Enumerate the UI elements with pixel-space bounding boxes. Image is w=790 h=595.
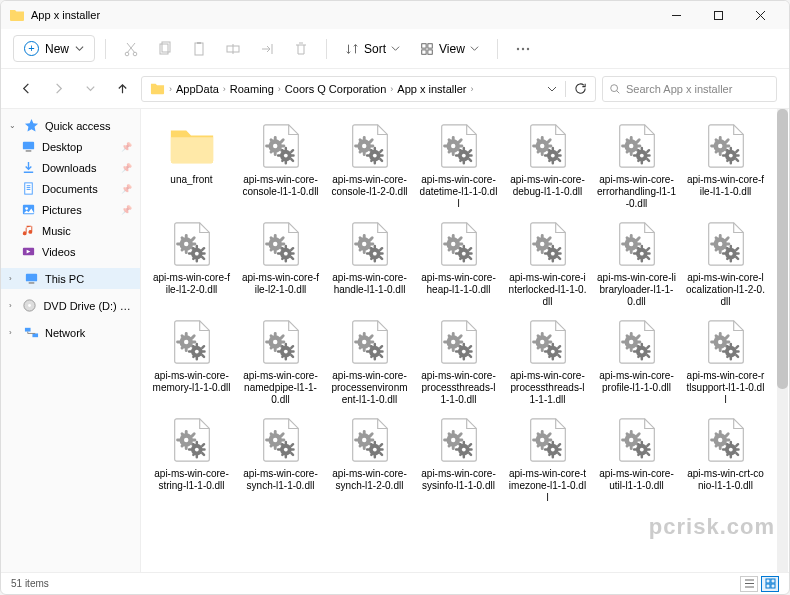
up-button[interactable]: [109, 76, 135, 102]
dll-icon: [344, 120, 396, 172]
rename-icon[interactable]: [218, 34, 248, 64]
star-icon: [24, 118, 39, 133]
file-item[interactable]: api-ms-win-core-file-l1-1-0.dll: [683, 117, 768, 213]
file-item[interactable]: api-ms-win-core-profile-l1-1-0.dll: [594, 313, 679, 409]
search-input[interactable]: Search App x installer: [602, 76, 777, 102]
file-item[interactable]: api-ms-win-core-console-l1-1-0.dll: [238, 117, 323, 213]
file-item[interactable]: api-ms-win-core-namedpipe-l1-1-0.dll: [238, 313, 323, 409]
minimize-button[interactable]: [655, 1, 697, 29]
file-item[interactable]: api-ms-win-core-debug-l1-1-0.dll: [505, 117, 590, 213]
file-pane[interactable]: una_frontapi-ms-win-core-console-l1-1-0.…: [141, 109, 789, 572]
new-button[interactable]: + New: [13, 35, 95, 62]
file-item[interactable]: api-ms-win-core-file-l2-1-0.dll: [238, 215, 323, 311]
icons-view-toggle[interactable]: [761, 576, 779, 592]
sidebar-item-label: Videos: [42, 246, 75, 258]
file-label: api-ms-win-core-string-l1-1-0.dll: [152, 468, 231, 492]
refresh-icon[interactable]: [574, 82, 587, 95]
file-item[interactable]: api-ms-win-core-file-l1-2-0.dll: [149, 215, 234, 311]
file-item[interactable]: api-ms-win-core-localization-l1-2-0.dll: [683, 215, 768, 311]
file-item[interactable]: api-ms-win-core-rtlsupport-l1-1-0.dll: [683, 313, 768, 409]
cut-icon[interactable]: [116, 34, 146, 64]
pin-icon: 📌: [121, 184, 132, 194]
file-item[interactable]: api-ms-win-core-processenvironment-l1-1-…: [327, 313, 412, 409]
divider: [326, 39, 327, 59]
breadcrumb-item[interactable]: App x installer: [397, 83, 466, 95]
forward-button[interactable]: [45, 76, 71, 102]
sidebar-item-music[interactable]: Music: [1, 220, 140, 241]
desktop-icon: [21, 139, 36, 154]
sort-dropdown[interactable]: Sort: [337, 37, 408, 61]
file-item[interactable]: api-ms-win-core-datetime-l1-1-0.dll: [416, 117, 501, 213]
file-item[interactable]: api-ms-win-core-memory-l1-1-0.dll: [149, 313, 234, 409]
sidebar-item-videos[interactable]: Videos: [1, 241, 140, 262]
pc-icon: [24, 271, 39, 286]
breadcrumb-item[interactable]: AppData: [176, 83, 219, 95]
dll-icon: [700, 218, 752, 270]
file-item[interactable]: api-ms-win-core-string-l1-1-0.dll: [149, 411, 234, 507]
file-item[interactable]: api-ms-win-core-errorhandling-l1-1-0.dll: [594, 117, 679, 213]
file-item[interactable]: api-ms-win-core-heap-l1-1-0.dll: [416, 215, 501, 311]
copy-icon[interactable]: [150, 34, 180, 64]
maximize-button[interactable]: [697, 1, 739, 29]
pin-icon: 📌: [121, 163, 132, 173]
folder-item[interactable]: una_front: [149, 117, 234, 213]
file-label: api-ms-win-core-processthreads-l1-1-1.dl…: [508, 370, 587, 406]
svg-rect-10: [422, 49, 426, 53]
breadcrumb[interactable]: › AppData› Roaming› Coors Q Corporation›…: [141, 76, 596, 102]
pin-icon: 📌: [121, 142, 132, 152]
svg-rect-22: [26, 274, 37, 282]
back-button[interactable]: [13, 76, 39, 102]
breadcrumb-item[interactable]: Roaming: [230, 83, 274, 95]
music-icon: [21, 223, 36, 238]
file-label: api-ms-win-crt-conio-l1-1-0.dll: [686, 468, 765, 492]
file-item[interactable]: api-ms-win-core-processthreads-l1-1-1.dl…: [505, 313, 590, 409]
file-label: api-ms-win-core-memory-l1-1-0.dll: [152, 370, 231, 394]
svg-point-25: [28, 304, 31, 307]
file-item[interactable]: api-ms-win-core-synch-l1-1-0.dll: [238, 411, 323, 507]
share-icon[interactable]: [252, 34, 282, 64]
sidebar-quick-access[interactable]: ⌄ Quick access: [1, 115, 140, 136]
breadcrumb-item[interactable]: Coors Q Corporation: [285, 83, 387, 95]
file-label: api-ms-win-core-util-l1-1-0.dll: [597, 468, 676, 492]
status-bar: 51 items: [1, 572, 789, 594]
sidebar-label: DVD Drive (D:) CCCC: [43, 300, 132, 312]
svg-point-14: [527, 47, 529, 49]
dll-icon: [255, 120, 307, 172]
chevron-down-icon[interactable]: [77, 76, 103, 102]
sidebar-item-documents[interactable]: Documents📌: [1, 178, 140, 199]
sidebar-this-pc[interactable]: › This PC: [1, 268, 140, 289]
file-item[interactable]: api-ms-win-core-processthreads-l1-1-0.dl…: [416, 313, 501, 409]
dll-icon: [344, 414, 396, 466]
close-button[interactable]: [739, 1, 781, 29]
scrollbar[interactable]: [777, 109, 788, 572]
sidebar-item-pictures[interactable]: Pictures📌: [1, 199, 140, 220]
file-item[interactable]: api-ms-win-crt-conio-l1-1-0.dll: [683, 411, 768, 507]
view-dropdown[interactable]: View: [412, 37, 487, 61]
svg-rect-30: [766, 584, 770, 588]
file-item[interactable]: api-ms-win-core-interlocked-l1-1-0.dll: [505, 215, 590, 311]
file-label: api-ms-win-core-libraryloader-l1-1-0.dll: [597, 272, 676, 308]
toolbar: + New Sort View: [1, 29, 789, 69]
file-label: api-ms-win-core-synch-l1-2-0.dll: [330, 468, 409, 492]
sidebar-network[interactable]: › Network: [1, 322, 140, 343]
file-item[interactable]: api-ms-win-core-timezone-l1-1-0.dll: [505, 411, 590, 507]
sidebar-item-downloads[interactable]: Downloads📌: [1, 157, 140, 178]
file-item[interactable]: api-ms-win-core-console-l1-2-0.dll: [327, 117, 412, 213]
file-item[interactable]: api-ms-win-core-util-l1-1-0.dll: [594, 411, 679, 507]
file-item[interactable]: api-ms-win-core-libraryloader-l1-1-0.dll: [594, 215, 679, 311]
chevron-down-icon[interactable]: [547, 84, 557, 94]
more-button[interactable]: [508, 34, 538, 64]
paste-icon[interactable]: [184, 34, 214, 64]
sidebar-item-desktop[interactable]: Desktop📌: [1, 136, 140, 157]
explorer-window: App x installer + New Sort View: [0, 0, 790, 595]
file-item[interactable]: api-ms-win-core-synch-l1-2-0.dll: [327, 411, 412, 507]
details-view-toggle[interactable]: [740, 576, 758, 592]
file-item[interactable]: api-ms-win-core-handle-l1-1-0.dll: [327, 215, 412, 311]
file-item[interactable]: api-ms-win-core-sysinfo-l1-1-0.dll: [416, 411, 501, 507]
file-label: api-ms-win-core-datetime-l1-1-0.dll: [419, 174, 498, 210]
delete-icon[interactable]: [286, 34, 316, 64]
sidebar-dvd[interactable]: › DVD Drive (D:) CCCC: [1, 295, 140, 316]
dll-icon: [522, 218, 574, 270]
scrollbar-thumb[interactable]: [777, 109, 788, 389]
new-label: New: [45, 42, 69, 56]
